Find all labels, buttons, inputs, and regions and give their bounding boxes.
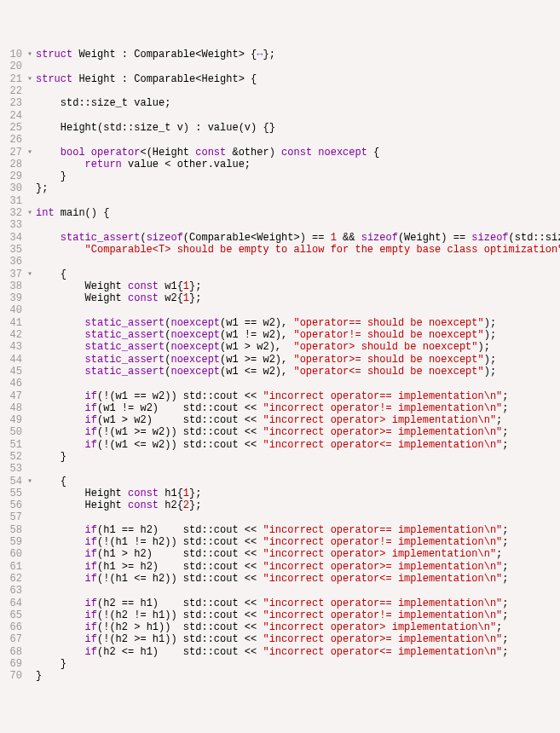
code-line[interactable]: if(w1 > w2) std::cout << "incorrect oper… <box>36 414 560 426</box>
code-line[interactable]: "Comparable<T> should be empty to allow … <box>36 244 560 256</box>
code-line[interactable] <box>36 256 560 268</box>
code-line[interactable] <box>36 378 560 390</box>
code-line[interactable]: if(h2 <= h1) std::cout << "incorrect ope… <box>36 646 560 658</box>
fold-marker <box>24 621 36 633</box>
code-line[interactable] <box>36 585 560 597</box>
line-number: 51 <box>0 439 22 451</box>
line-number: 25 <box>0 122 22 134</box>
code-line[interactable]: static_assert(noexcept(w1 > w2), "operat… <box>36 341 560 353</box>
code-line[interactable] <box>36 195 560 207</box>
line-number: 61 <box>0 561 22 573</box>
fold-marker <box>24 244 36 256</box>
line-number: 49 <box>0 414 22 426</box>
code-line[interactable]: if(!(h2 >= h1)) std::cout << "incorrect … <box>36 633 560 645</box>
fold-marker[interactable]: ▾ <box>24 73 36 85</box>
fold-marker <box>24 134 36 146</box>
code-line[interactable]: Height const h2{2}; <box>36 499 560 511</box>
code-line[interactable]: if(!(w1 <= w2)) std::cout << "incorrect … <box>36 439 560 451</box>
code-line[interactable]: std::size_t value; <box>36 97 560 109</box>
code-line[interactable]: { <box>36 268 560 280</box>
line-number: 45 <box>0 366 22 378</box>
fold-column[interactable]: ▾▾▾▾▾▾ <box>24 49 36 682</box>
line-number: 54 <box>0 476 22 488</box>
code-line[interactable]: if(w1 != w2) std::cout << "incorrect ope… <box>36 402 560 414</box>
code-line[interactable]: if(!(w1 >= w2)) std::cout << "incorrect … <box>36 426 560 438</box>
code-line[interactable] <box>36 304 560 316</box>
fold-marker <box>24 110 36 122</box>
fold-marker <box>24 378 36 390</box>
code-line[interactable]: return value < other.value; <box>36 159 560 170</box>
code-line[interactable]: static_assert(noexcept(w1 == w2), "opera… <box>36 317 560 329</box>
code-line[interactable]: } <box>36 451 560 463</box>
code-area[interactable]: struct Weight : Comparable<Weight> {↔};s… <box>36 49 560 682</box>
code-line[interactable] <box>36 85 560 97</box>
line-number: 58 <box>0 524 22 536</box>
fold-marker <box>24 170 36 182</box>
code-line[interactable]: static_assert(noexcept(w1 >= w2), "opera… <box>36 354 560 366</box>
line-number: 52 <box>0 451 22 463</box>
code-line[interactable] <box>36 134 560 146</box>
line-number: 37 <box>0 268 22 280</box>
line-number: 39 <box>0 292 22 304</box>
fold-marker[interactable]: ▾ <box>24 147 36 159</box>
code-line[interactable]: if(!(h1 <= h2)) std::cout << "incorrect … <box>36 573 560 585</box>
code-line[interactable]: { <box>36 476 560 488</box>
line-number: 30 <box>0 182 22 194</box>
fold-marker[interactable]: ▾ <box>24 476 36 488</box>
fold-marker <box>24 488 36 499</box>
fold-marker <box>24 219 36 231</box>
code-line[interactable]: int main() { <box>36 207 560 219</box>
line-number: 46 <box>0 378 22 390</box>
line-number: 24 <box>0 110 22 122</box>
code-line[interactable]: Height const h1{1}; <box>36 488 560 499</box>
fold-marker <box>24 463 36 475</box>
code-line[interactable]: Weight const w1{1}; <box>36 280 560 292</box>
code-line[interactable]: static_assert(noexcept(w1 <= w2), "opera… <box>36 366 560 378</box>
line-number: 27 <box>0 147 22 159</box>
code-line[interactable]: Weight const w2{1}; <box>36 292 560 304</box>
fold-marker <box>24 61 36 72</box>
fold-marker[interactable]: ▾ <box>24 207 36 219</box>
code-line[interactable] <box>36 463 560 475</box>
fold-marker <box>24 658 36 670</box>
line-number: 60 <box>0 548 22 560</box>
fold-marker <box>24 280 36 292</box>
fold-marker <box>24 329 36 341</box>
code-line[interactable]: bool operator<(Height const &other) cons… <box>36 147 560 159</box>
code-line[interactable]: struct Weight : Comparable<Weight> {↔}; <box>36 49 560 61</box>
line-number: 68 <box>0 646 22 658</box>
line-number: 50 <box>0 426 22 438</box>
code-line[interactable]: } <box>36 170 560 182</box>
fold-marker[interactable]: ▾ <box>24 49 36 61</box>
code-line[interactable] <box>36 110 560 122</box>
code-line[interactable]: Height(std::size_t v) : value(v) {} <box>36 122 560 134</box>
line-number: 43 <box>0 341 22 353</box>
code-line[interactable]: } <box>36 658 560 670</box>
fold-marker <box>24 390 36 402</box>
fold-marker[interactable]: ▾ <box>24 268 36 280</box>
line-number: 44 <box>0 354 22 366</box>
code-line[interactable]: if(h1 > h2) std::cout << "incorrect oper… <box>36 548 560 560</box>
code-line[interactable]: static_assert(sizeof(Comparable<Weight>)… <box>36 232 560 244</box>
code-line[interactable]: if(!(h2 > h1)) std::cout << "incorrect o… <box>36 621 560 633</box>
code-editor[interactable]: 1020212223242526272829303132333435363738… <box>0 49 560 682</box>
code-line[interactable]: if(!(w1 == w2)) std::cout << "incorrect … <box>36 390 560 402</box>
fold-marker <box>24 646 36 658</box>
code-line[interactable]: }; <box>36 182 560 194</box>
code-line[interactable]: if(h1 >= h2) std::cout << "incorrect ope… <box>36 561 560 573</box>
code-line[interactable]: if(h1 == h2) std::cout << "incorrect ope… <box>36 524 560 536</box>
code-line[interactable] <box>36 219 560 231</box>
line-number: 62 <box>0 573 22 585</box>
fold-marker <box>24 232 36 244</box>
code-line[interactable] <box>36 511 560 523</box>
line-number-gutter: 1020212223242526272829303132333435363738… <box>0 49 24 682</box>
code-line[interactable]: } <box>36 670 560 682</box>
line-number: 29 <box>0 170 22 182</box>
code-line[interactable] <box>36 61 560 72</box>
code-line[interactable]: if(!(h2 != h1)) std::cout << "incorrect … <box>36 609 560 621</box>
line-number: 59 <box>0 536 22 548</box>
code-line[interactable]: static_assert(noexcept(w1 != w2), "opera… <box>36 329 560 341</box>
code-line[interactable]: struct Height : Comparable<Height> { <box>36 73 560 85</box>
code-line[interactable]: if(!(h1 != h2)) std::cout << "incorrect … <box>36 536 560 548</box>
code-line[interactable]: if(h2 == h1) std::cout << "incorrect ope… <box>36 597 560 609</box>
